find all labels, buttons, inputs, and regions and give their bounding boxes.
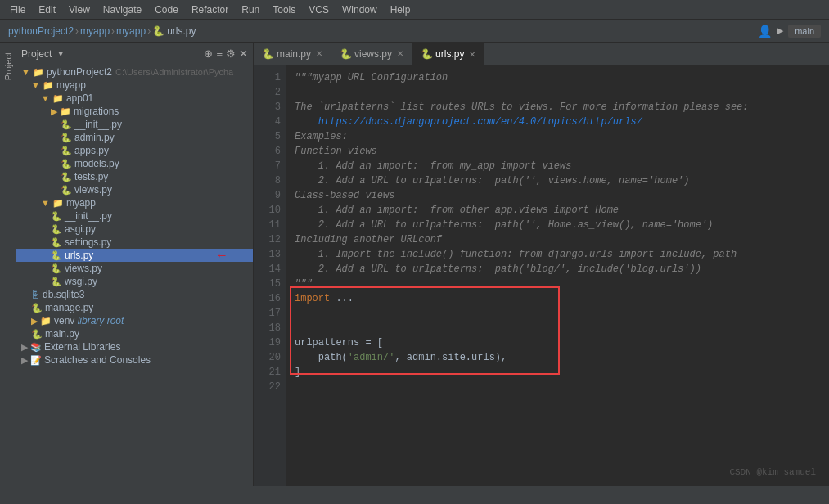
- line-numbers: 1 2 3 4 5 6 7 8 9 10 11 12 13 14 15 16 1…: [254, 65, 286, 486]
- item-label: views.py: [65, 263, 102, 274]
- list-item[interactable]: 🐍 asgi.py: [16, 223, 253, 236]
- sidebar-header: Project ▼ ⊕ ≡ ⚙ ✕: [16, 43, 253, 65]
- tab-views-py[interactable]: 🐍 views.py ✕: [331, 43, 412, 65]
- tab-py-icon: 🐍: [340, 48, 352, 60]
- tab-label: urls.py: [435, 48, 464, 60]
- item-label: asgi.py: [65, 223, 96, 235]
- db-file-icon: 🗄: [31, 290, 40, 299]
- sidebar-item-urls-py[interactable]: 🐍 urls.py ←: [16, 249, 253, 262]
- list-item[interactable]: 🐍 admin.py: [16, 131, 253, 144]
- folder-expand-icon: ▶: [21, 342, 28, 353]
- list-item[interactable]: 🐍 views.py: [16, 183, 253, 196]
- menu-vcs[interactable]: VCS: [302, 2, 336, 17]
- item-label: app01: [66, 92, 93, 104]
- show-options-icon[interactable]: ⚙: [226, 47, 236, 60]
- breadcrumb-myapp2[interactable]: myapp: [116, 25, 146, 37]
- menu-refactor[interactable]: Refactor: [185, 2, 235, 17]
- close-sidebar-icon[interactable]: ✕: [239, 47, 248, 60]
- collapse-all-icon[interactable]: ≡: [216, 47, 223, 60]
- breadcrumb-myapp1[interactable]: myapp: [80, 25, 110, 37]
- tab-main-py[interactable]: 🐍 main.py ✕: [254, 43, 331, 65]
- run-label[interactable]: main: [788, 25, 821, 38]
- code-line-5: Examples:: [295, 129, 821, 144]
- sidebar-dropdown-icon[interactable]: ▼: [56, 49, 65, 58]
- list-item[interactable]: ▼ 📁 myapp: [16, 79, 253, 92]
- code-line-8: 2. Add a URL to urlpatterns: path('', vi…: [295, 173, 821, 188]
- list-item[interactable]: ▼ 📁 myapp: [16, 196, 253, 209]
- tab-close-icon[interactable]: ✕: [316, 49, 322, 58]
- item-label: __init__.py: [65, 210, 112, 222]
- scratches-icon: 📝: [30, 355, 42, 366]
- list-item[interactable]: 🐍 wsgi.py: [16, 275, 253, 288]
- list-item[interactable]: 🐍 settings.py: [16, 236, 253, 249]
- breadcrumb-file: 🐍urls.py: [152, 25, 196, 37]
- list-item[interactable]: 🐍 models.py: [16, 157, 253, 170]
- tree-root[interactable]: ▼ 📁 pythonProject2 C:\Users\Administrato…: [16, 65, 253, 79]
- sidebar-toolbar: ⊕ ≡ ⚙ ✕: [204, 47, 248, 60]
- item-label: manage.py: [45, 302, 93, 313]
- list-item[interactable]: ▶ 📁 venv library root: [16, 314, 253, 327]
- list-item[interactable]: ▼ 📁 app01: [16, 92, 253, 105]
- code-content[interactable]: """myapp URL Configuration The `urlpatte…: [286, 65, 829, 486]
- item-label: venv library root: [54, 315, 124, 326]
- code-line-22: [295, 380, 821, 394]
- item-label: admin.py: [74, 132, 115, 143]
- folder-icon: 📁: [43, 80, 54, 91]
- py-file-icon: 🐍: [51, 263, 62, 274]
- top-right-area: 👤 ▶ main: [758, 25, 821, 38]
- list-item[interactable]: 🐍 views.py: [16, 262, 253, 275]
- project-tab-vertical[interactable]: Project: [2, 47, 15, 85]
- py-file-icon: 🐍: [61, 119, 72, 130]
- code-line-21: ]: [295, 365, 821, 380]
- tab-close-icon[interactable]: ✕: [469, 50, 475, 59]
- folder-expand-icon: ▼: [41, 93, 50, 103]
- list-item[interactable]: 🐍 __init__.py: [16, 118, 253, 131]
- red-arrow-icon: ←: [215, 248, 228, 263]
- item-label: db.sqlite3: [43, 289, 84, 300]
- list-item[interactable]: 🐍 manage.py: [16, 301, 253, 314]
- code-line-1: """myapp URL Configuration: [295, 70, 821, 85]
- code-line-2: [295, 85, 821, 100]
- breadcrumb-project[interactable]: pythonProject2: [8, 25, 74, 37]
- menu-help[interactable]: Help: [384, 2, 417, 17]
- menu-view[interactable]: View: [62, 2, 97, 17]
- menu-edit[interactable]: Edit: [32, 2, 62, 17]
- watermark: CSDN @kim samuel: [729, 465, 816, 479]
- menu-tools[interactable]: Tools: [266, 2, 302, 17]
- sidebar-item-scratches[interactable]: ▶ 📝 Scratches and Consoles: [16, 353, 253, 367]
- item-label: migrations: [74, 106, 119, 117]
- tab-close-icon[interactable]: ✕: [397, 49, 403, 58]
- tab-bar: 🐍 main.py ✕ 🐍 views.py ✕ 🐍 urls.py ✕: [254, 43, 829, 65]
- menu-code[interactable]: Code: [148, 2, 185, 17]
- list-item[interactable]: 🐍 main.py: [16, 327, 253, 340]
- tab-urls-py[interactable]: 🐍 urls.py ✕: [412, 43, 484, 65]
- sidebar-title: Project: [21, 48, 52, 60]
- locate-file-icon[interactable]: ⊕: [204, 47, 213, 60]
- code-line-9: Class-based views: [295, 188, 821, 203]
- list-item[interactable]: 🐍 apps.py: [16, 144, 253, 157]
- root-folder-icon: 📁: [33, 67, 44, 78]
- user-icon[interactable]: 👤: [758, 25, 772, 38]
- list-item[interactable]: 🐍 tests.py: [16, 170, 253, 183]
- list-item[interactable]: ▶ 📁 migrations: [16, 105, 253, 118]
- item-label: External Libraries: [44, 341, 120, 353]
- sidebar: Project ▼ ⊕ ≡ ⚙ ✕ ▼ 📁 pythonProject2 C:\…: [16, 43, 254, 486]
- folder-expand-icon: ▶: [51, 106, 57, 117]
- item-label: models.py: [74, 158, 119, 169]
- list-item[interactable]: 🐍 __init__.py: [16, 209, 253, 223]
- menu-file[interactable]: File: [3, 2, 32, 17]
- py-file-icon: 🐍: [61, 159, 72, 169]
- list-item[interactable]: 🗄 db.sqlite3: [16, 288, 253, 301]
- editor-area: 🐍 main.py ✕ 🐍 views.py ✕ 🐍 urls.py ✕ 1 2…: [254, 43, 829, 486]
- py-file-icon: 🐍: [61, 185, 72, 196]
- folder-expand-icon: ▼: [41, 198, 50, 208]
- py-file-icon: 🐍: [51, 211, 62, 222]
- sidebar-item-external-libraries[interactable]: ▶ 📚 External Libraries: [16, 340, 253, 353]
- menu-run[interactable]: Run: [235, 2, 266, 17]
- item-label: views.py: [74, 184, 112, 196]
- menu-navigate[interactable]: Navigate: [97, 2, 148, 17]
- tab-label: main.py: [277, 48, 311, 60]
- item-label: apps.py: [74, 145, 109, 156]
- menu-window[interactable]: Window: [336, 2, 384, 17]
- py-file-icon: 🐍: [61, 146, 72, 156]
